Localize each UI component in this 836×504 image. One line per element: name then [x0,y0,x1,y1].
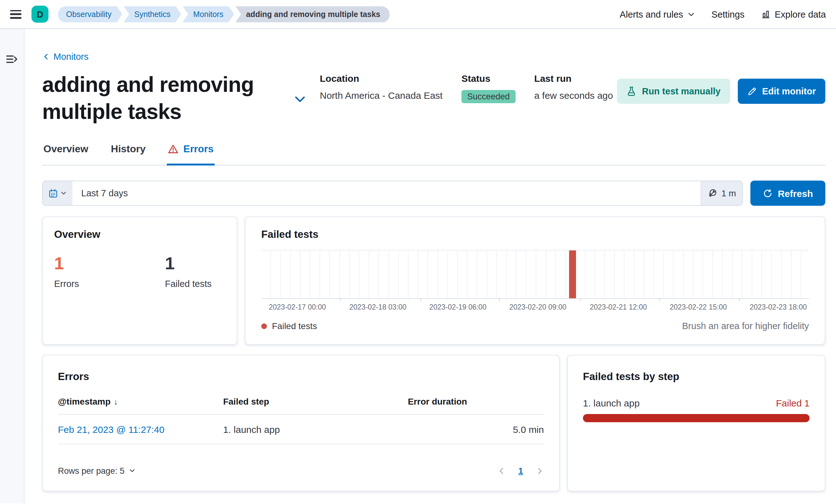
error-duration: 5.0 min [408,414,544,444]
status-badge: Succeeded [461,90,515,103]
alerts-and-rules-menu[interactable]: Alerts and rules [620,9,695,19]
x-axis-tick-label: 2023-02-17 00:00 [269,303,326,311]
monitor-tabs: Overview History Errors [42,143,825,166]
space-avatar[interactable]: D [32,6,49,23]
bar-chart-icon [761,9,770,19]
x-axis-tick-label: 2023-02-18 03:00 [349,303,407,311]
calendar-icon [49,189,58,198]
step-failed-bar [583,414,810,422]
previous-page-chevron-icon[interactable] [497,467,506,475]
tab-history[interactable]: History [110,143,147,166]
refresh-button[interactable]: Refresh [750,180,825,206]
flask-icon [626,86,636,96]
rows-per-page-selector[interactable]: Rows per page: 5 [58,466,135,476]
app-body: Monitors adding and removing multiple ta… [0,29,836,503]
column-header-timestamp[interactable]: @timestamp↓ [58,396,223,414]
error-failed-step: 1. launch app [223,414,408,444]
location-value: North America - Canada East [320,90,442,101]
step-list-item: 1. launch app Failed 1 [583,398,810,422]
failed-tests-stat-label: Failed tests [165,279,225,289]
x-axis-tick-label: 2023-02-23 18:00 [750,303,807,311]
failed-tests-plot[interactable] [261,250,809,299]
settings-link[interactable]: Settings [711,9,744,19]
failed-tests-panel: Failed tests 2023-02-17 00:002023-02-18 … [245,216,825,345]
errors-table: @timestamp↓ Failed step Error duration F… [58,396,544,444]
timer-refresh-icon [707,188,718,198]
column-header-failed-step: Failed step [223,396,408,414]
sort-desc-arrow-icon: ↓ [114,397,118,406]
chevron-down-icon [129,467,135,474]
status-label: Status [461,73,515,84]
last-run-value: a few seconds ago [534,90,613,101]
page-header: adding and removing multiple tasks Locat… [42,71,825,124]
summary-row: Overview 1 Errors 1 Failed tests Failed … [42,216,825,345]
header-actions: Run test manually Edit monitor [616,79,825,124]
nav-rail [0,29,24,503]
errors-stat: 1 Errors [54,254,165,289]
overview-panel-title: Overview [54,228,225,240]
chevron-down-icon [60,190,67,196]
pagination: 1 [497,466,544,476]
legend-dot-icon [261,323,267,329]
errors-stat-value: 1 [54,254,165,274]
next-page-chevron-icon[interactable] [536,467,544,475]
super-date-picker: Last 7 days 1 m [42,180,743,206]
x-axis-tickmark [739,298,739,301]
page-title: adding and removing multiple tasks [42,71,284,124]
chevron-down-icon [687,11,695,18]
column-header-error-duration: Error duration [408,396,544,414]
error-timestamp-link[interactable]: Feb 21, 2023 @ 11:27:40 [58,424,165,435]
x-axis-tick-label: 2023-02-19 06:00 [429,303,487,311]
legend-item-failed-tests[interactable]: Failed tests [261,321,317,331]
x-axis-tick-label: 2023-02-21 12:00 [590,303,647,311]
x-axis-tickmark [580,298,581,301]
overview-stats: 1 Errors 1 Failed tests [54,254,225,289]
failed-tests-chart-title: Failed tests [261,228,809,240]
refresh-interval-control[interactable]: 1 m [701,181,742,205]
x-axis-tick-label: 2023-02-22 15:00 [670,303,727,311]
step-label: 1. launch app [583,398,640,408]
breadcrumb-synthetics[interactable]: Synthetics [124,6,181,22]
navbar-right: Alerts and rules Settings Explore data [620,9,826,19]
edit-monitor-button[interactable]: Edit monitor [738,79,825,104]
title-block: adding and removing multiple tasks [42,71,306,124]
errors-panel: Errors @timestamp↓ Failed step Error dur… [42,355,559,491]
monitor-detail-page: Monitors adding and removing multiple ta… [24,29,836,503]
tab-errors[interactable]: Errors [167,143,215,166]
overview-panel: Overview 1 Errors 1 Failed tests [42,216,237,345]
failed-tests-by-step-panel: Failed tests by step 1. launch app Faile… [567,355,825,491]
pencil-icon [747,86,756,96]
date-toolbar: Last 7 days 1 m Refresh [42,180,825,206]
last-run-label: Last run [534,73,613,84]
x-axis-tickmark [420,298,421,301]
monitor-select-chevron-down-icon[interactable] [294,93,306,105]
failed-test-bar[interactable] [569,250,576,298]
app-window: D Observability Synthetics Monitors addi… [0,0,836,504]
meta-status: Status Succeeded [461,73,515,124]
date-picker-quick-menu[interactable] [43,181,72,205]
date-range-display[interactable]: Last 7 days [72,181,701,205]
meta-last-run: Last run a few seconds ago [534,73,613,124]
expand-sidebar-icon[interactable] [6,53,18,65]
monitor-meta: Location North America - Canada East Sta… [320,73,613,124]
step-failed-count: Failed 1 [776,398,810,408]
run-test-manually-button[interactable]: Run test manually [616,79,730,104]
page-number-1[interactable]: 1 [518,466,523,476]
breadcrumb: Observability Synthetics Monitors adding… [58,6,391,22]
table-row: Feb 21, 2023 @ 11:27:40 1. launch app 5.… [58,414,544,444]
menu-hamburger-icon[interactable] [10,10,21,19]
location-label: Location [320,73,442,84]
breadcrumb-current-page: adding and removing multiple tasks [235,6,390,22]
x-axis-tick-label: 2023-02-20 09:00 [509,303,567,311]
failed-by-step-title: Failed tests by step [583,371,810,383]
warning-triangle-icon [168,144,178,154]
chevron-left-icon [42,53,50,60]
x-axis-labels: 2023-02-17 00:002023-02-18 03:002023-02-… [261,303,809,313]
brush-hint: Brush an area for higher fidelity [682,321,809,331]
explore-data-link[interactable]: Explore data [761,9,826,19]
tab-overview[interactable]: Overview [42,143,89,166]
breadcrumb-monitors[interactable]: Monitors [183,6,234,22]
breadcrumb-observability[interactable]: Observability [58,6,122,22]
x-axis-tickmark [659,298,660,301]
back-to-monitors-link[interactable]: Monitors [42,52,89,62]
